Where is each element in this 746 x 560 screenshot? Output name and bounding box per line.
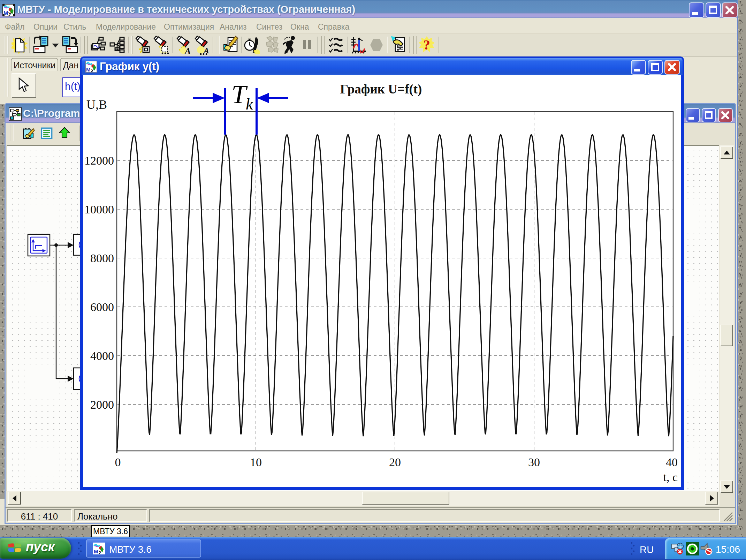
svg-text:k: k xyxy=(246,95,253,113)
svg-text:U,B: U,B xyxy=(86,98,107,112)
svg-text:2000: 2000 xyxy=(90,398,114,411)
svg-text:М: М xyxy=(86,67,91,73)
svg-text:6000: 6000 xyxy=(90,301,114,313)
svg-text:T: T xyxy=(231,80,248,109)
svg-text:М: М xyxy=(94,548,98,554)
svg-text:12000: 12000 xyxy=(84,154,114,167)
svg-text:У: У xyxy=(8,11,12,16)
svg-text:t, c: t, c xyxy=(663,471,678,484)
svg-text:30: 30 xyxy=(528,456,540,469)
svg-text:A: A xyxy=(184,46,191,55)
svg-text:40: 40 xyxy=(666,456,678,469)
svg-text:?: ? xyxy=(423,37,430,53)
svg-text:10000: 10000 xyxy=(84,203,114,216)
svg-text:У: У xyxy=(91,68,94,73)
svg-text:4000: 4000 xyxy=(90,349,114,362)
svg-text:У: У xyxy=(99,550,102,554)
svg-text:График U=f(t): График U=f(t) xyxy=(340,82,422,97)
svg-text:0: 0 xyxy=(115,456,121,469)
svg-text:10: 10 xyxy=(250,456,262,469)
svg-text:8000: 8000 xyxy=(90,252,114,265)
svg-text:20: 20 xyxy=(389,456,401,469)
